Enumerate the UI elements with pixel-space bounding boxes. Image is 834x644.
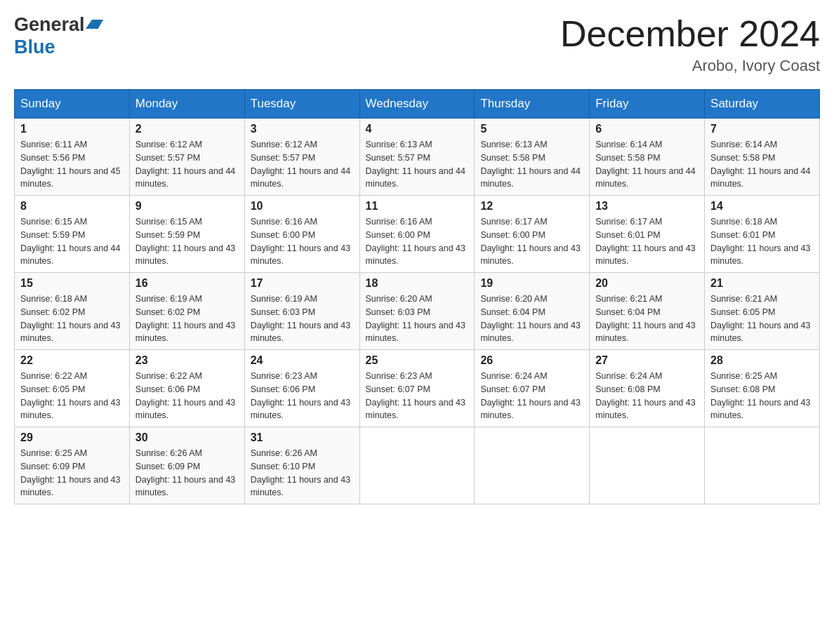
- day-number: 28: [710, 354, 814, 367]
- calendar-table: SundayMondayTuesdayWednesdayThursdayFrid…: [14, 89, 820, 504]
- day-number: 18: [366, 277, 469, 290]
- calendar-cell: 7Sunrise: 6:14 AMSunset: 5:58 PMDaylight…: [705, 119, 820, 196]
- calendar-cell: 14Sunrise: 6:18 AMSunset: 6:01 PMDayligh…: [705, 196, 820, 273]
- calendar-cell: 18Sunrise: 6:20 AMSunset: 6:03 PMDayligh…: [359, 273, 475, 350]
- calendar-cell: [359, 427, 475, 504]
- calendar-cell: 29Sunrise: 6:25 AMSunset: 6:09 PMDayligh…: [15, 427, 130, 504]
- day-info: Sunrise: 6:14 AMSunset: 5:58 PMDaylight:…: [710, 138, 814, 191]
- calendar-cell: 10Sunrise: 6:16 AMSunset: 6:00 PMDayligh…: [244, 196, 359, 273]
- day-info: Sunrise: 6:25 AMSunset: 6:09 PMDaylight:…: [20, 447, 124, 499]
- calendar-cell: 31Sunrise: 6:26 AMSunset: 6:10 PMDayligh…: [244, 427, 359, 504]
- calendar-cell: [705, 427, 820, 504]
- calendar-cell: 30Sunrise: 6:26 AMSunset: 6:09 PMDayligh…: [129, 427, 244, 504]
- day-number: 1: [20, 123, 124, 135]
- day-number: 15: [20, 277, 124, 290]
- day-of-week-header: Tuesday: [244, 90, 359, 119]
- day-info: Sunrise: 6:20 AMSunset: 6:03 PMDaylight:…: [366, 293, 469, 345]
- calendar-cell: 11Sunrise: 6:16 AMSunset: 6:00 PMDayligh…: [359, 196, 475, 273]
- day-number: 21: [710, 277, 814, 290]
- calendar-week-row: 29Sunrise: 6:25 AMSunset: 6:09 PMDayligh…: [15, 427, 820, 504]
- calendar-cell: 26Sunrise: 6:24 AMSunset: 6:07 PMDayligh…: [475, 350, 590, 427]
- day-info: Sunrise: 6:21 AMSunset: 6:05 PMDaylight:…: [710, 293, 814, 345]
- day-info: Sunrise: 6:19 AMSunset: 6:02 PMDaylight:…: [135, 293, 239, 345]
- calendar-cell: 21Sunrise: 6:21 AMSunset: 6:05 PMDayligh…: [705, 273, 820, 350]
- day-info: Sunrise: 6:15 AMSunset: 5:59 PMDaylight:…: [20, 215, 124, 268]
- day-number: 24: [251, 354, 354, 367]
- day-number: 27: [595, 354, 699, 367]
- calendar-cell: 1Sunrise: 6:11 AMSunset: 5:56 PMDaylight…: [15, 119, 130, 196]
- day-number: 17: [251, 277, 354, 290]
- calendar-cell: 22Sunrise: 6:22 AMSunset: 6:05 PMDayligh…: [15, 350, 130, 427]
- logo: General Blue: [14, 14, 99, 58]
- day-number: 19: [480, 277, 583, 290]
- day-number: 30: [135, 431, 239, 444]
- calendar-week-row: 15Sunrise: 6:18 AMSunset: 6:02 PMDayligh…: [15, 273, 820, 350]
- calendar-cell: 17Sunrise: 6:19 AMSunset: 6:03 PMDayligh…: [244, 273, 359, 350]
- calendar-cell: 23Sunrise: 6:22 AMSunset: 6:06 PMDayligh…: [129, 350, 244, 427]
- calendar-cell: 28Sunrise: 6:25 AMSunset: 6:08 PMDayligh…: [705, 350, 820, 427]
- logo-general-text: General: [14, 14, 85, 35]
- day-info: Sunrise: 6:14 AMSunset: 5:58 PMDaylight:…: [595, 138, 699, 191]
- day-info: Sunrise: 6:17 AMSunset: 6:00 PMDaylight:…: [480, 215, 583, 268]
- calendar-cell: 15Sunrise: 6:18 AMSunset: 6:02 PMDayligh…: [15, 273, 130, 350]
- day-info: Sunrise: 6:11 AMSunset: 5:56 PMDaylight:…: [20, 138, 124, 191]
- calendar-cell: 6Sunrise: 6:14 AMSunset: 5:58 PMDaylight…: [590, 119, 705, 196]
- day-number: 6: [595, 123, 699, 135]
- day-info: Sunrise: 6:25 AMSunset: 6:08 PMDaylight:…: [710, 370, 814, 422]
- day-number: 13: [595, 200, 699, 213]
- calendar-header-row: SundayMondayTuesdayWednesdayThursdayFrid…: [15, 90, 820, 119]
- calendar-cell: 27Sunrise: 6:24 AMSunset: 6:08 PMDayligh…: [590, 350, 705, 427]
- day-of-week-header: Monday: [129, 90, 244, 119]
- day-number: 3: [251, 123, 354, 135]
- day-info: Sunrise: 6:21 AMSunset: 6:04 PMDaylight:…: [595, 293, 699, 345]
- day-info: Sunrise: 6:22 AMSunset: 6:05 PMDaylight:…: [20, 370, 124, 422]
- svg-marker-0: [92, 20, 103, 29]
- day-info: Sunrise: 6:12 AMSunset: 5:57 PMDaylight:…: [135, 138, 239, 191]
- day-number: 14: [710, 200, 814, 213]
- day-info: Sunrise: 6:23 AMSunset: 6:07 PMDaylight:…: [366, 370, 469, 422]
- calendar-week-row: 22Sunrise: 6:22 AMSunset: 6:05 PMDayligh…: [15, 350, 820, 427]
- day-of-week-header: Saturday: [705, 90, 820, 119]
- day-info: Sunrise: 6:23 AMSunset: 6:06 PMDaylight:…: [251, 370, 354, 422]
- calendar-cell: 16Sunrise: 6:19 AMSunset: 6:02 PMDayligh…: [129, 273, 244, 350]
- calendar-cell: 8Sunrise: 6:15 AMSunset: 5:59 PMDaylight…: [15, 196, 130, 273]
- day-number: 31: [251, 431, 354, 444]
- day-of-week-header: Thursday: [475, 90, 590, 119]
- logo-blue-text: Blue: [14, 36, 55, 58]
- day-info: Sunrise: 6:17 AMSunset: 6:01 PMDaylight:…: [595, 215, 699, 268]
- day-info: Sunrise: 6:16 AMSunset: 6:00 PMDaylight:…: [366, 215, 469, 268]
- day-info: Sunrise: 6:20 AMSunset: 6:04 PMDaylight:…: [480, 293, 583, 345]
- day-info: Sunrise: 6:12 AMSunset: 5:57 PMDaylight:…: [251, 138, 354, 191]
- day-info: Sunrise: 6:18 AMSunset: 6:01 PMDaylight:…: [710, 215, 814, 268]
- calendar-cell: 24Sunrise: 6:23 AMSunset: 6:06 PMDayligh…: [244, 350, 359, 427]
- day-number: 5: [480, 123, 583, 135]
- calendar-cell: 4Sunrise: 6:13 AMSunset: 5:57 PMDaylight…: [359, 119, 475, 196]
- calendar-cell: 12Sunrise: 6:17 AMSunset: 6:00 PMDayligh…: [475, 196, 590, 273]
- calendar-cell: [590, 427, 705, 504]
- page-header: General Blue December 2024 Arobo, Ivory …: [14, 14, 820, 75]
- month-title: December 2024: [560, 14, 820, 54]
- day-number: 9: [135, 200, 239, 213]
- logo-arrow-icon: [92, 20, 103, 29]
- day-number: 20: [595, 277, 699, 290]
- day-number: 12: [480, 200, 583, 213]
- day-number: 4: [366, 123, 469, 135]
- day-number: 26: [480, 354, 583, 367]
- day-info: Sunrise: 6:13 AMSunset: 5:57 PMDaylight:…: [366, 138, 469, 191]
- day-of-week-header: Sunday: [15, 90, 130, 119]
- location: Arobo, Ivory Coast: [560, 57, 820, 75]
- calendar-cell: 19Sunrise: 6:20 AMSunset: 6:04 PMDayligh…: [475, 273, 590, 350]
- day-info: Sunrise: 6:26 AMSunset: 6:09 PMDaylight:…: [135, 447, 239, 499]
- day-info: Sunrise: 6:24 AMSunset: 6:07 PMDaylight:…: [480, 370, 583, 422]
- calendar-week-row: 1Sunrise: 6:11 AMSunset: 5:56 PMDaylight…: [15, 119, 820, 196]
- calendar-cell: 25Sunrise: 6:23 AMSunset: 6:07 PMDayligh…: [359, 350, 475, 427]
- day-number: 16: [135, 277, 239, 290]
- calendar-cell: 3Sunrise: 6:12 AMSunset: 5:57 PMDaylight…: [244, 119, 359, 196]
- day-info: Sunrise: 6:19 AMSunset: 6:03 PMDaylight:…: [251, 293, 354, 345]
- day-info: Sunrise: 6:18 AMSunset: 6:02 PMDaylight:…: [20, 293, 124, 345]
- day-info: Sunrise: 6:15 AMSunset: 5:59 PMDaylight:…: [135, 215, 239, 268]
- calendar-week-row: 8Sunrise: 6:15 AMSunset: 5:59 PMDaylight…: [15, 196, 820, 273]
- day-number: 7: [710, 123, 814, 135]
- calendar-cell: 9Sunrise: 6:15 AMSunset: 5:59 PMDaylight…: [129, 196, 244, 273]
- calendar-cell: [475, 427, 590, 504]
